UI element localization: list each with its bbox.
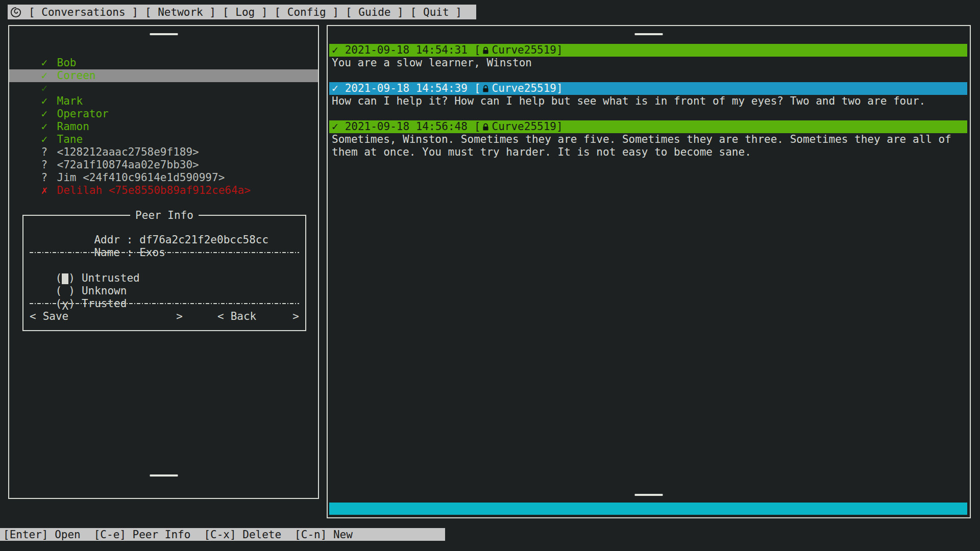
lock-icon [482, 85, 489, 93]
menu-item-network[interactable]: [ Network ] [145, 6, 216, 18]
separator-line [30, 246, 299, 259]
conversations-panel: ✓Bob ✓Coreen ✓Exos ✓Mark ✓Operator ✓Ramo… [8, 25, 319, 499]
back-button[interactable]: < Back > [217, 310, 299, 323]
contact-status-icon: ✓ [41, 69, 57, 82]
trust-option-label: Untrusted [82, 272, 140, 284]
scroll-indicator-bottom [635, 494, 663, 496]
lock-icon [482, 123, 489, 131]
conversation-panel: ✓ 2021-09-18 14:54:31 [ Curve25519 ] You… [327, 25, 971, 518]
contact-name: Operator [57, 108, 109, 120]
message-header-bar: ✓ 2021-09-18 14:54:31 [ Curve25519 ] [329, 44, 967, 57]
paren-open: ( [56, 272, 62, 284]
scroll-indicator-bottom [150, 474, 178, 477]
encryption-info: [ Curve25519 ] [474, 120, 563, 133]
paren-close: ) [68, 285, 75, 297]
message-header-bar: ✓ 2021-09-18 14:54:39 [ Curve25519 ] [329, 82, 967, 95]
contact-name: Jim <24f410c9614e1d590997> [57, 171, 225, 184]
message-list: ✓ 2021-09-18 14:54:31 [ Curve25519 ] You… [329, 44, 967, 171]
contact-status-icon: ✗ [41, 184, 57, 197]
keybinding-hint: [C-n] New [295, 529, 353, 541]
contact-status-icon: ✓ [41, 120, 57, 133]
peer-addr-label: Addr : [94, 234, 133, 246]
cipher-name: Curve25519 [492, 82, 556, 95]
back-button-label: Back [231, 310, 257, 323]
contact-status-icon: ✓ [41, 95, 57, 108]
keybinding-hint: [C-e] Peer Info [94, 529, 191, 541]
app-window: [ Conversations ][ Network ][ Log ][ Con… [0, 0, 980, 551]
contact-row[interactable]: ✓Bob [9, 44, 318, 57]
paren-open: ( [56, 285, 62, 297]
menu-bar: [ Conversations ][ Network ][ Log ][ Con… [8, 5, 476, 19]
menu-item-log[interactable]: [ Log ] [223, 6, 268, 18]
contact-status-icon: ? [41, 171, 57, 184]
contact-status-icon: ? [41, 146, 57, 159]
bracket-open: [ [474, 82, 481, 95]
keybinding-hints: [Enter] Open[C-e] Peer Info[C-x] Delete[… [3, 529, 366, 541]
message-text: How can I help it? How can I help but se… [329, 95, 967, 108]
contact-name: Tane [57, 133, 83, 145]
contact-name: Mark [57, 95, 83, 107]
separator-line [30, 297, 299, 310]
menu-item-conversations[interactable]: [ Conversations ] [29, 6, 138, 18]
contact-status-icon: ✓ [41, 82, 57, 95]
keybinding-hint: [C-x] Delete [204, 529, 281, 541]
bracket-open: [ [474, 120, 481, 133]
contact-list: ✓Bob ✓Coreen ✓Exos ✓Mark ✓Operator ✓Ramo… [9, 44, 318, 184]
message-timestamp: 2021-09-18 14:54:31 [345, 44, 468, 57]
menu-item-quit[interactable]: [ Quit ] [410, 6, 462, 18]
bracket-close: ] [556, 82, 563, 95]
contact-name: <128212aaac2758e9f189> [57, 146, 199, 158]
message-timestamp: 2021-09-18 14:54:39 [345, 82, 468, 95]
peer-buttons-row: < Save > < Back > [30, 310, 299, 323]
scroll-indicator-top [150, 33, 178, 35]
contact-name: Delilah <75e8550b89af912ce64a> [57, 184, 251, 196]
message: ✓ 2021-09-18 14:54:31 [ Curve25519 ] You… [329, 44, 967, 69]
contact-status-icon: ✓ [41, 57, 57, 69]
contact-name: Ramon [57, 120, 89, 133]
delivered-check-icon: ✓ [332, 120, 338, 133]
peer-addr-value: df76a2c21f2e0bcc58cc [139, 234, 268, 246]
delivered-check-icon: ✓ [332, 82, 338, 95]
message-timestamp: 2021-09-18 14:56:48 [345, 120, 468, 133]
app-logo-spiral-icon [10, 6, 22, 18]
message-text: You are a slow learner, Winston [329, 57, 967, 69]
contact-name: <72a1f10874aa02e7bb30> [57, 159, 199, 171]
contact-status-icon: ✓ [41, 133, 57, 146]
lock-icon [482, 46, 489, 55]
menu-items: [ Conversations ][ Network ][ Log ][ Con… [22, 6, 462, 18]
menu-item-config[interactable]: [ Config ] [275, 6, 339, 18]
radio-marker [62, 286, 68, 297]
peer-addr-row: Addr :df76a2c21f2e0bcc58cc [30, 221, 299, 234]
trust-option-label: Unknown [82, 285, 127, 297]
peer-info-title: Peer Info [130, 209, 199, 222]
keybinding-hint: [Enter] Open [3, 529, 81, 541]
contact-status-icon: ✓ [41, 108, 57, 120]
message-header-bar: ✓ 2021-09-18 14:56:48 [ Curve25519 ] [329, 120, 967, 133]
left-arrow: < [217, 310, 224, 323]
bracket-close: ] [556, 44, 563, 57]
contact-name: Bob [57, 57, 77, 69]
bracket-close: ] [556, 120, 563, 133]
cipher-name: Curve25519 [492, 120, 556, 133]
encryption-info: [ Curve25519 ] [474, 82, 563, 95]
save-button-label: Save [43, 310, 69, 323]
status-bar: [Enter] Open[C-e] Peer Info[C-x] Delete[… [0, 528, 445, 541]
left-arrow: < [30, 310, 36, 323]
radio-marker [62, 273, 68, 284]
cipher-name: Curve25519 [492, 44, 556, 57]
save-button[interactable]: < Save > [30, 310, 183, 323]
bracket-open: [ [474, 44, 481, 57]
scroll-indicator-top [635, 33, 663, 35]
encryption-info: [ Curve25519 ] [474, 44, 563, 57]
message: ✓ 2021-09-18 14:54:39 [ Curve25519 ] How… [329, 82, 967, 108]
message-text: Sometimes, Winston. Sometimes they are f… [329, 133, 967, 159]
contact-name: Exos [57, 82, 83, 94]
right-arrow: > [292, 310, 299, 323]
message: ✓ 2021-09-18 14:56:48 [ Curve25519 ] Som… [329, 120, 967, 159]
paren-close: ) [68, 272, 75, 284]
message-input-bar[interactable] [329, 503, 967, 515]
contact-status-icon: ? [41, 159, 57, 171]
menu-item-guide[interactable]: [ Guide ] [346, 6, 404, 18]
right-arrow: > [176, 310, 183, 323]
peer-info-box: Peer Info Addr :df76a2c21f2e0bcc58cc Nam… [22, 215, 306, 331]
